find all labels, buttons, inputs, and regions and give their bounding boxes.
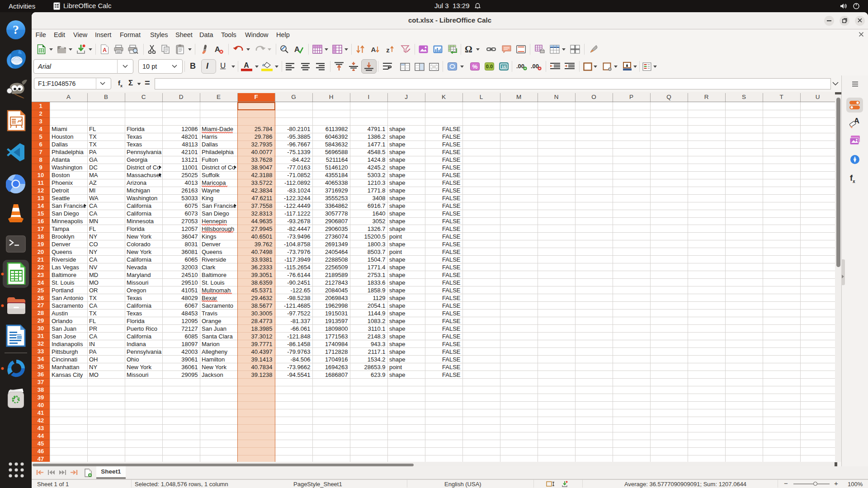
svg-text:.00: .00 xyxy=(531,63,539,70)
svg-text:A: A xyxy=(244,61,249,69)
svg-text:A: A xyxy=(103,47,107,53)
svg-text:A: A xyxy=(294,45,300,54)
svg-text:A: A xyxy=(371,46,376,53)
svg-text:15: 15 xyxy=(501,65,506,69)
svg-text:0.0: 0.0 xyxy=(486,64,493,69)
svg-text:.00: .00 xyxy=(516,63,524,70)
svg-text:%: % xyxy=(472,63,478,70)
svg-text:?: ? xyxy=(13,23,19,37)
svg-text:z: z xyxy=(386,46,390,54)
svg-text:Ω: Ω xyxy=(465,44,472,54)
svg-text:A: A xyxy=(215,45,220,54)
